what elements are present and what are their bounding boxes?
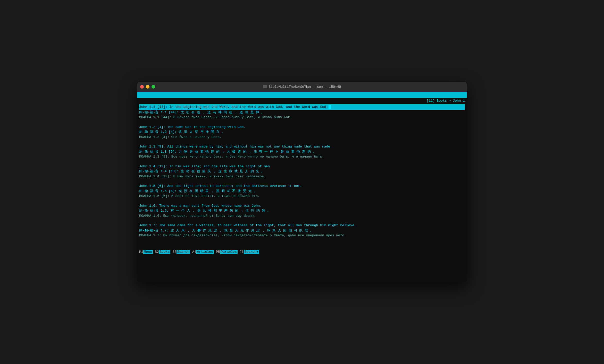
verse-john-1-5: John 1.5 [6]: And the light shines in da…	[139, 184, 465, 199]
verse-1-2-zh: 約-翰-福-音 1.2 [4]: 这 道 太 初 与 神 同 在 。	[139, 129, 465, 135]
minimize-button[interactable]	[146, 85, 149, 89]
terminal-body: [11] Books > John 1 John 1.1 [44]: In th…	[137, 92, 467, 282]
verse-john-1-1: John 1.1 [44]: In the beginning was the …	[139, 104, 465, 120]
verse-1-3-en: John 1.3 [9]: All things were made by hi…	[139, 144, 465, 149]
verse-1-4-en: John 1.4 [13]: In him was life; and the …	[139, 164, 465, 169]
verse-1-5-ru: ИОАННА 1.5 [6]: И свет во тьме светит, и…	[139, 194, 465, 199]
verse-1-7-en: John 1.7: The same came for a witness, t…	[139, 223, 465, 228]
menu-key-b2: B2	[155, 250, 159, 254]
verse-1-6-ru: ИОАННА 1.6: Был человек, посланный от Бо…	[139, 213, 465, 219]
terminal-window: BibleMultiTheSonOfMan — som — 150×40 [11…	[137, 82, 467, 282]
menu-label-searchplus[interactable]: Search+	[244, 250, 259, 254]
menu-label-parables[interactable]: Parables	[220, 250, 238, 254]
verse-john-1-3: John 1.3 [9]: All things were made by hi…	[139, 144, 465, 159]
titlebar: BibleMultiTheSonOfMan — som — 150×40	[137, 82, 467, 92]
verse-john-1-7: John 1.7: The same came for a witness, t…	[139, 223, 465, 238]
verse-john-1-2: John 1.2 [4]: The same was in the beginn…	[139, 125, 465, 140]
file-icon	[263, 85, 267, 88]
verse-1-3-zh: 約-翰-福-音 1.3 [9]: 万 物 是 藉 着 他 造 的 ； 凡 被 造…	[139, 149, 465, 154]
verse-1-6-zh: 約-翰-福-音 1.6: 有 一 个 人 ， 是 从 神 那 里 差 来 的 ，…	[139, 208, 465, 213]
status-bar: [11] Books > John 1	[137, 98, 467, 104]
menu-key-f6: F6	[240, 250, 244, 254]
verse-1-2-ru: ИОАННА 1.2 [4]: Оно было в начале у Бога…	[139, 135, 465, 140]
verse-1-5-zh: 約-翰-福-音 1.5 [6]: 光 照 在 黑 暗 里 ， 黑 暗 却 不 接…	[139, 189, 465, 194]
close-button[interactable]	[140, 85, 144, 89]
menu-key-s3: S3	[172, 250, 177, 254]
verse-1-4-zh: 約-翰-福-音 1.4 [13]: 生 命 在 他 里 头 ， 这 生 命 就 …	[139, 169, 465, 174]
verse-1-1-ru: ИОАННА 1.1 [44]: В начале было Слово, и …	[139, 115, 465, 120]
verse-1-1-en: John 1.1 [44]: In the beginning was the …	[139, 104, 465, 110]
verse-john-1-6: John 1.6: There was a man sent from God,…	[139, 203, 465, 219]
content-area: John 1.1 [44]: In the beginning was the …	[137, 104, 467, 243]
verse-john-1-4: John 1.4 [13]: In him was life; and the …	[139, 164, 465, 179]
verse-1-4-ru: ИОАННА 1.4 [13]: В Нем была жизнь, и жиз…	[139, 174, 465, 179]
menu-key-a4: A4	[192, 250, 196, 254]
menu-key-p5: P5	[216, 250, 220, 254]
maximize-button[interactable]	[152, 85, 155, 89]
traffic-lights	[140, 85, 155, 89]
verse-1-5-en: John 1.5 [6]: And the light shines in da…	[139, 184, 465, 189]
status-text: [11] Books > John 1	[427, 99, 465, 103]
verse-1-6-en: John 1.6: There was a man sent from God,…	[139, 203, 465, 209]
menu-label-books[interactable]: Books	[159, 250, 170, 254]
cursor	[329, 105, 331, 109]
verse-1-1-zh: 約-翰-福-音 1.1 [44]: 太 初 有 道 ， 道 与 神 同 在 ， …	[139, 110, 465, 115]
window-title: BibleMultiTheSonOfMan — som — 150×40	[263, 85, 341, 89]
verse-1-3-ru: ИОАННА 1.3 [9]: Все чрез Него начало быт…	[139, 154, 465, 159]
menu-label-articles[interactable]: Articles	[196, 250, 214, 254]
verse-1-7-zh: 約-翻-福-音 1.7: 这 人 来 ， 为 要 作 见 證 ， 就 是 为 光…	[139, 228, 465, 233]
verse-1-2-en: John 1.2 [4]: The same was in the beginn…	[139, 125, 465, 130]
menu-key-m1: M1	[139, 250, 143, 254]
top-cyan-bar	[137, 92, 467, 98]
verse-1-7-ru: ИОАННА 1.7: Он пришел для свидетельства,…	[139, 233, 465, 238]
menu-label-menu[interactable]: Menu	[143, 250, 153, 254]
title-text: BibleMultiTheSonOfMan — som — 150×40	[269, 85, 341, 89]
bottom-menu-bar: M1 Menu B2 Books S3 Search A4 Articles P…	[137, 248, 467, 255]
menu-label-search[interactable]: Search	[177, 250, 190, 254]
